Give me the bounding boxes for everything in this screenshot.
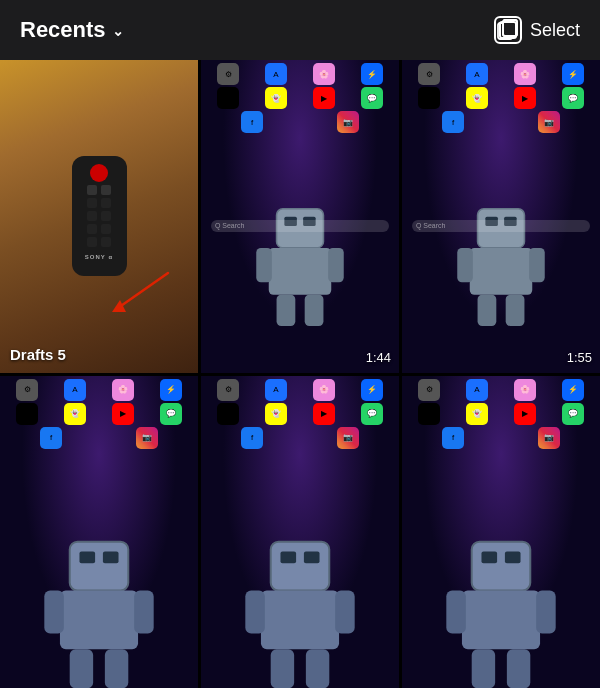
remote-btn: [101, 237, 111, 247]
svg-rect-8: [269, 248, 332, 295]
svg-rect-33: [245, 590, 265, 633]
whatsapp-icon: 💬: [562, 403, 584, 425]
svg-rect-37: [472, 542, 531, 591]
tiktok-icon: ♪: [418, 403, 440, 425]
messenger-icon: ⚡: [562, 63, 584, 85]
whatsapp-icon: 💬: [160, 403, 182, 425]
facebook-icon: f: [442, 427, 464, 449]
svg-rect-19: [478, 294, 497, 325]
remote-btn: [101, 211, 111, 221]
grid-item-5[interactable]: ⚙ A 🌸 ⚡ ♪ 👻 ▶ 💬 f 📷: [201, 376, 399, 689]
svg-rect-20: [506, 294, 525, 325]
phone-app-icons-3: ⚙ A 🌸 ⚡ ♪ 👻 ▶ 💬 f 📷: [402, 60, 600, 138]
messenger-icon: ⚡: [361, 63, 383, 85]
svg-rect-32: [261, 590, 339, 649]
tiktok-icon: ♪: [16, 403, 38, 425]
svg-rect-38: [481, 551, 497, 563]
youtube-icon: ▶: [514, 87, 536, 109]
instagram-icon: 📷: [136, 427, 158, 449]
snapchat-icon: 👻: [466, 87, 488, 109]
svg-rect-27: [70, 649, 93, 688]
tiktok-icon: ♪: [217, 403, 239, 425]
select-icon: [494, 16, 522, 44]
title-text: Recents: [20, 17, 106, 43]
robot-figure-5: [241, 532, 360, 688]
remote-btn: [87, 211, 97, 221]
phone-app-icons-6: ⚙ A 🌸 ⚡ ♪ 👻 ▶ 💬 f 📷: [402, 376, 600, 454]
whatsapp-icon: 💬: [361, 403, 383, 425]
snapchat-icon: 👻: [265, 87, 287, 109]
photos-icon: 🌸: [313, 63, 335, 85]
facebook-icon: f: [40, 427, 62, 449]
youtube-icon: ▶: [313, 403, 335, 425]
grid-item-3[interactable]: ⚙ A 🌸 ⚡ ♪ 👻 ▶ 💬 f 📷: [402, 60, 600, 373]
settings-icon: ⚙: [217, 63, 239, 85]
appstore-icon: A: [265, 379, 287, 401]
grid-item-4[interactable]: ⚙ A 🌸 ⚡ ♪ 👻 ▶ 💬 f 📷: [0, 376, 198, 689]
svg-rect-30: [280, 551, 296, 563]
svg-rect-31: [304, 551, 320, 563]
tiktok-icon: ♪: [217, 87, 239, 109]
header: Recents ⌄ Select: [0, 0, 600, 60]
grid-item-2[interactable]: ⚙ A 🌸 ⚡ ♪ 👻 ▶ 💬 f 📷: [201, 60, 399, 373]
grid-item-6[interactable]: ⚙ A 🌸 ⚡ ♪ 👻 ▶ 💬 f 📷: [402, 376, 600, 689]
select-label: Select: [530, 20, 580, 41]
remote-photo-bg: SONY α: [0, 60, 198, 373]
messenger-icon: ⚡: [562, 379, 584, 401]
phone-app-icons-5: ⚙ A 🌸 ⚡ ♪ 👻 ▶ 💬 f 📷: [201, 376, 399, 454]
svg-rect-25: [44, 590, 64, 633]
svg-marker-4: [112, 300, 126, 312]
photos-icon: 🌸: [112, 379, 134, 401]
remote-btn: [101, 185, 111, 195]
red-arrow-icon: [98, 268, 178, 318]
svg-rect-10: [328, 248, 344, 282]
svg-rect-24: [60, 590, 138, 649]
messenger-icon: ⚡: [160, 379, 182, 401]
svg-rect-21: [70, 542, 129, 591]
sony-logo: SONY α: [85, 254, 113, 260]
remote-btn: [101, 224, 111, 234]
svg-rect-44: [507, 649, 530, 688]
whatsapp-icon: 💬: [361, 87, 383, 109]
settings-icon: ⚙: [418, 379, 440, 401]
instagram-icon: 📷: [538, 111, 560, 133]
whatsapp-icon: 💬: [562, 87, 584, 109]
snapchat-icon: 👻: [265, 403, 287, 425]
phone-app-icons-2: ⚙ A 🌸 ⚡ ♪ 👻 ▶ 💬 f 📷: [201, 60, 399, 138]
draft-label: Drafts 5: [10, 346, 66, 363]
appstore-icon: A: [265, 63, 287, 85]
tiktok-icon: ♪: [418, 87, 440, 109]
svg-rect-35: [271, 649, 294, 688]
snapchat-icon: 👻: [466, 403, 488, 425]
svg-rect-12: [305, 294, 324, 325]
select-button[interactable]: Select: [494, 16, 580, 44]
grid-item-1[interactable]: SONY α Drafts 5: [0, 60, 198, 373]
search-bar-2: Q Search: [211, 220, 389, 232]
recents-title[interactable]: Recents ⌄: [20, 17, 124, 43]
photo-grid: SONY α Drafts 5 ⚙ A 🌸 ⚡: [0, 60, 600, 688]
appstore-icon: A: [466, 63, 488, 85]
photos-icon: 🌸: [514, 379, 536, 401]
phone-app-icons-4: ⚙ A 🌸 ⚡ ♪ 👻 ▶ 💬 f 📷: [0, 376, 198, 454]
search-bar-3: Q Search: [412, 220, 590, 232]
phone-screen-6: ⚙ A 🌸 ⚡ ♪ 👻 ▶ 💬 f 📷: [402, 376, 600, 689]
svg-rect-9: [256, 248, 272, 282]
robot-figure-6: [442, 532, 561, 688]
svg-rect-36: [306, 649, 329, 688]
svg-rect-41: [446, 590, 466, 633]
timestamp-3: 1:55: [567, 350, 592, 365]
facebook-icon: f: [442, 111, 464, 133]
phone-screen-2: ⚙ A 🌸 ⚡ ♪ 👻 ▶ 💬 f 📷: [201, 60, 399, 373]
photos-icon: 🌸: [514, 63, 536, 85]
instagram-icon: 📷: [337, 427, 359, 449]
snapchat-icon: 👻: [64, 403, 86, 425]
remote-btn: [87, 237, 97, 247]
appstore-icon: A: [64, 379, 86, 401]
svg-rect-2: [503, 20, 517, 36]
settings-icon: ⚙: [418, 63, 440, 85]
youtube-icon: ▶: [514, 403, 536, 425]
svg-rect-26: [134, 590, 154, 633]
svg-rect-22: [79, 551, 95, 563]
youtube-icon: ▶: [112, 403, 134, 425]
appstore-icon: A: [466, 379, 488, 401]
